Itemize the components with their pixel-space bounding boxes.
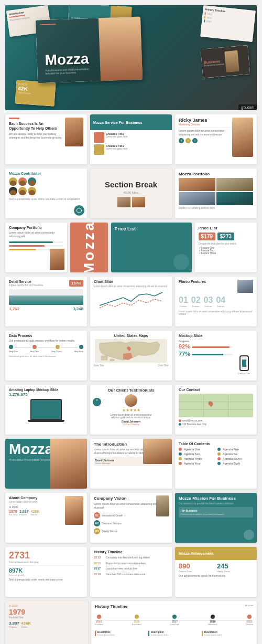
step-1	[9, 345, 13, 349]
feat-03-text: Feature	[204, 305, 213, 308]
map-label-1: Data Title	[94, 364, 104, 367]
toc-3: Agenda Three	[179, 457, 214, 460]
feature-nums-row: 01 Feature 02 Feature 03 Feature 04 Feat…	[179, 295, 253, 308]
slide-row-5: Data Process Our professional data proce…	[5, 331, 257, 381]
hero-slide-3: History Timeline 2013 2015 2017	[200, 5, 256, 42]
portfolio-title: Mozza Portfolio	[179, 172, 253, 176]
vision-img	[156, 495, 169, 516]
mozza-cover-photo	[50, 439, 87, 489]
section-break-sub: 45.00 Mins	[123, 191, 138, 194]
section-break-photos	[117, 197, 145, 207]
slide-price-list: Price List $179 $273 Choose the best pla…	[195, 223, 257, 272]
portfolio-grid	[179, 178, 253, 205]
today-quote: Price List	[115, 226, 188, 233]
portfolio-img-4	[216, 192, 253, 205]
main-container: Introduction Presentation template In 20…	[0, 0, 262, 644]
stat-3248: 3,248	[73, 307, 83, 311]
ht-2021: 2021 Present	[246, 615, 253, 626]
ht-2015: 2015 Expanded	[132, 615, 141, 626]
price-desc: Choose the best plan for your needs	[199, 242, 253, 245]
laptop-screen	[31, 400, 61, 419]
service-item-1-text: Some text goes here	[106, 135, 128, 138]
toc-item-4: Agenda Four	[184, 462, 201, 465]
year-2013: 2013	[94, 556, 104, 559]
about-photo	[65, 496, 83, 525]
stat-1762: 1,762	[9, 307, 19, 311]
laptop-visual	[9, 399, 83, 422]
feat-02-text: Feature	[191, 305, 201, 308]
slide-portfolio: Mozza Portfolio Explore our amazing port…	[175, 168, 257, 218]
year-2015: 2015	[94, 562, 104, 565]
about-year-label: Est. Year	[9, 513, 17, 516]
price-row-1: $179 $273	[199, 233, 253, 240]
stats-sub-label: Revenue growth	[9, 574, 83, 576]
features-img	[237, 280, 253, 293]
testimonial-stars: ★★★★★	[122, 408, 140, 413]
features-body: Lorem ipsum dolor sit amet consectetur a…	[179, 310, 253, 315]
testimonial-text: Lorem ipsum dolor sit amet consectetur a…	[107, 414, 155, 419]
timeline-text-4: Reached 1M customers milestone	[106, 573, 146, 576]
face-2	[18, 177, 27, 186]
chart-title: Chart Slide	[94, 280, 168, 283]
portfolio-img-3	[179, 192, 215, 205]
company-portfolio-img	[50, 249, 64, 270]
stat-92: 92%	[179, 343, 190, 350]
stats-text: Sed ut perspiciatis unde omnis iste natu…	[9, 578, 83, 582]
in2020-stat-1: 3,897	[9, 621, 19, 626]
history-title: History Timeline	[94, 550, 168, 554]
laptop-base	[28, 420, 64, 422]
slide-data-process: Data Process Our professional data proce…	[5, 331, 87, 381]
face-6	[28, 187, 36, 195]
chart-desc: Lorem ipsum dolor sit amet consectetur a…	[94, 285, 168, 288]
toc-col-1: Agenda One Agenda Two Agenda Three	[179, 448, 214, 467]
person-bio: Lorem ipsum dolor sit amet consectetur a…	[179, 129, 230, 136]
toc-5: Agenda Five	[217, 448, 253, 451]
price-item-3: ✓ Feature Three	[199, 252, 253, 255]
toc-6: Agenda Six	[217, 452, 253, 456]
slide-about: About Company Lorem ipsum dolor sit amet…	[5, 493, 87, 543]
detail-bar-chart	[9, 289, 83, 305]
timeline-1: 2013 Company was founded with big vision	[94, 556, 168, 559]
slide-person: Ricky James Marketing Director Lorem ips…	[175, 114, 257, 164]
slide-row-8: About Company Lorem ipsum dolor sit amet…	[5, 493, 257, 543]
toc-1: Agenda One	[179, 448, 214, 451]
in2020-text: Founded Year	[9, 616, 84, 619]
toc-item-7: Agenda Seven	[223, 457, 242, 460]
success-photo	[65, 118, 83, 146]
us-maps-title: United States Maps	[94, 334, 168, 337]
slide-contact: Our Contact email@mozza.com	[175, 385, 257, 435]
success-title: Each Success Is An Opportunity To Help O…	[9, 121, 63, 131]
vision-item-2: 02 Customer Success	[94, 520, 168, 526]
mission-deco	[244, 530, 254, 540]
history2-timeline: 2013 Founded 2015 Expanded 2017 Launched	[95, 610, 253, 630]
feat-04-text: Feature	[216, 305, 225, 308]
slide-row-9: 2731 Total achievements this year 897K R…	[5, 547, 257, 597]
slide-company-portfolio: Company Portfolio Lorem ipsum dolor sit …	[5, 223, 67, 272]
stats-sub-num: 897K	[9, 567, 83, 574]
laptop-title: Amazing Laptop Mockup Slide	[9, 388, 83, 392]
toc-item-5: Agenda Five	[223, 448, 239, 451]
step-label-3: Step Three	[51, 350, 62, 353]
mission-box-title: For Business	[181, 509, 251, 512]
laptop-stat: 1,276,975	[9, 392, 83, 397]
toc-col-2: Agenda Five Agenda Six Agenda Seven	[217, 448, 253, 467]
stats-label: Total achievements this year	[9, 561, 83, 564]
slide-achievement: Mozza Achievement 890 Projects Done 245 …	[175, 547, 257, 597]
about-title: About Company	[9, 496, 63, 500]
about-stat-2: 426K	[31, 510, 40, 513]
about-year: 1979	[9, 510, 17, 513]
step-line-2	[38, 347, 55, 347]
slide-mission: Mozza Mission For Business Our mission i…	[175, 493, 257, 543]
map-label-2: Data Title	[158, 364, 168, 367]
stat-77: 77%	[179, 351, 190, 357]
price-1: $179	[199, 233, 215, 240]
toc-8: Agenda Eight	[217, 462, 253, 465]
ht-2013: 2013 Founded	[95, 615, 103, 626]
step-label-4: Step Four	[74, 350, 83, 353]
person-photo	[232, 118, 253, 157]
history2-sub: All years	[245, 604, 253, 607]
social-fb: f	[179, 138, 184, 143]
gfx-watermark-hero: gfx.com	[238, 104, 257, 110]
hero-section: Introduction Presentation template In 20…	[5, 5, 257, 110]
step-4	[79, 345, 83, 349]
